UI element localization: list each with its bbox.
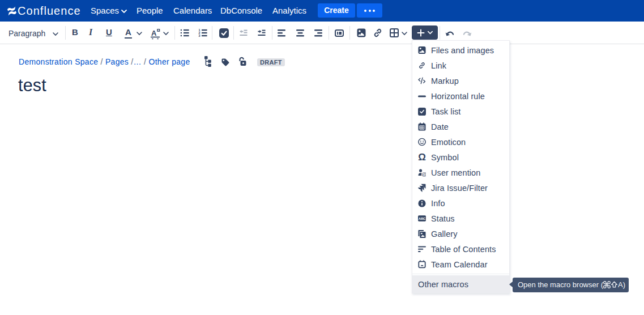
svg-text:ABC: ABC [419,217,426,220]
svg-text:3: 3 [198,33,200,37]
svg-text:A: A [151,29,157,37]
svg-text:@: @ [421,172,426,177]
